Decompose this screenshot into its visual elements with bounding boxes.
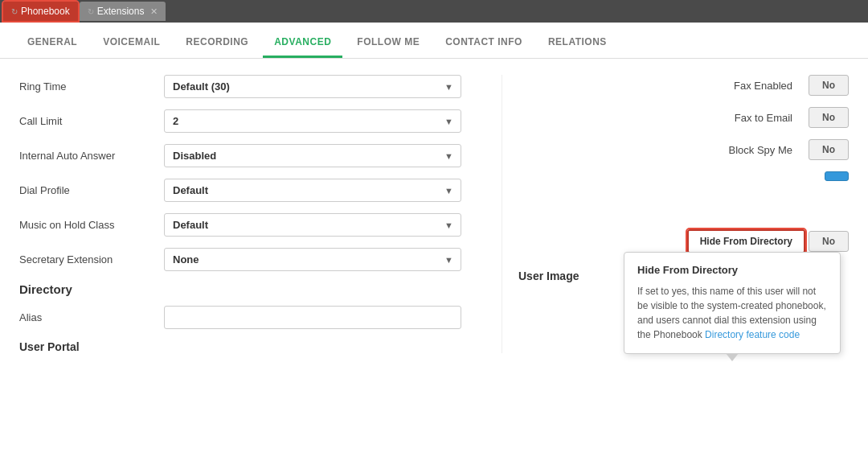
extensions-tab[interactable]: ↻ Extensions ✕ [80, 2, 166, 21]
dial-profile-select[interactable]: Default [164, 179, 461, 202]
tab-follow-me[interactable]: FOLLOW ME [346, 28, 431, 58]
alias-input[interactable] [164, 306, 461, 329]
call-limit-label: Call Limit [19, 115, 164, 127]
tab-general[interactable]: GENERAL [16, 28, 88, 58]
internal-auto-answer-control: Disabled ▼ [164, 144, 477, 167]
call-limit-select[interactable]: 2 [164, 109, 461, 133]
secretary-extension-label: Secretary Extension [19, 253, 164, 266]
main-content: Ring Time Default (30) ▼ Call Limit [0, 59, 868, 457]
hide-dir-no-button[interactable]: No [809, 231, 849, 252]
hide-dir-toggle-yes[interactable] [825, 171, 849, 181]
fax-enabled-button[interactable]: No [809, 75, 849, 96]
refresh-icon-2: ↻ [88, 7, 94, 16]
internal-auto-answer-label: Internal Auto Answer [19, 150, 164, 162]
fax-email-row: Fax to Email No [518, 107, 849, 128]
tooltip-title: Hide From Directory [637, 264, 827, 276]
fax-email-label: Fax to Email [518, 112, 809, 124]
alias-label: Alias [19, 311, 164, 323]
call-limit-row: Call Limit 2 ▼ [19, 109, 477, 133]
tab-contact-info[interactable]: CONTACT INFO [434, 28, 534, 58]
user-portal-label: User Portal [19, 340, 80, 353]
fax-enabled-row: Fax Enabled No [518, 75, 849, 96]
dial-profile-control: Default ▼ [164, 179, 477, 202]
hide-dir-action-row: Hide From Directory No [518, 229, 849, 253]
music-on-hold-control: Default ▼ [164, 213, 477, 237]
call-limit-control: 2 ▼ [164, 109, 477, 133]
phonebook-tab[interactable]: ↻ Phonebook [3, 2, 78, 21]
dial-profile-label: Dial Profile [19, 184, 164, 196]
block-spy-row: Block Spy Me No [518, 139, 849, 160]
ring-time-row: Ring Time Default (30) ▼ [19, 75, 477, 98]
block-spy-button[interactable]: No [809, 139, 849, 160]
tooltip-arrow [726, 353, 739, 361]
music-on-hold-select[interactable]: Default [164, 213, 461, 237]
phonebook-tab-label: Phonebook [21, 6, 70, 17]
alias-row: Alias [19, 306, 477, 329]
tab-voicemail[interactable]: VOICEMAIL [92, 28, 171, 58]
extensions-tab-label: Extensions [97, 6, 145, 17]
hide-dir-toggle-row [518, 171, 849, 181]
secretary-extension-select[interactable]: None [164, 248, 461, 271]
music-on-hold-label: Music on Hold Class [19, 219, 164, 231]
fax-enabled-label: Fax Enabled [518, 80, 809, 92]
left-column: Ring Time Default (30) ▼ Call Limit [19, 75, 502, 353]
secretary-extension-control: None ▼ [164, 248, 477, 271]
refresh-icon: ↻ [11, 7, 18, 16]
internal-auto-answer-row: Internal Auto Answer Disabled ▼ [19, 144, 477, 167]
hide-from-directory-button[interactable]: Hide From Directory [687, 229, 805, 253]
tab-recording[interactable]: RECORDING [174, 28, 260, 58]
tab-relations[interactable]: RELATIONS [537, 28, 618, 58]
tooltip-feature-code: Directory feature code [705, 329, 800, 340]
music-on-hold-row: Music on Hold Class Default ▼ [19, 213, 477, 237]
tooltip-popup: Hide From Directory If set to yes, this … [624, 252, 841, 354]
block-spy-label: Block Spy Me [518, 144, 809, 156]
right-column: Fax Enabled No Fax to Email No Block Spy… [502, 75, 849, 353]
tab-advanced[interactable]: ADVANCED [263, 28, 342, 58]
tooltip-body: If set to yes, this name of this user wi… [637, 284, 827, 342]
top-bar: ↻ Phonebook ↻ Extensions ✕ [0, 0, 868, 23]
extensions-tab-close[interactable]: ✕ [150, 6, 158, 17]
tooltip-arrow-inner [727, 361, 738, 368]
user-portal-section: User Portal [19, 340, 477, 353]
nav-tabs: GENERAL VOICEMAIL RECORDING ADVANCED FOL… [0, 23, 868, 59]
ring-time-label: Ring Time [19, 80, 164, 93]
fax-email-button[interactable]: No [809, 107, 849, 128]
ring-time-control: Default (30) ▼ [164, 75, 477, 98]
internal-auto-answer-select[interactable]: Disabled [164, 144, 461, 167]
ring-time-select[interactable]: Default (30) [164, 75, 461, 98]
alias-control [164, 306, 477, 329]
secretary-extension-row: Secretary Extension None ▼ [19, 248, 477, 271]
directory-section-title: Directory [19, 282, 477, 296]
dial-profile-row: Dial Profile Default ▼ [19, 179, 477, 202]
